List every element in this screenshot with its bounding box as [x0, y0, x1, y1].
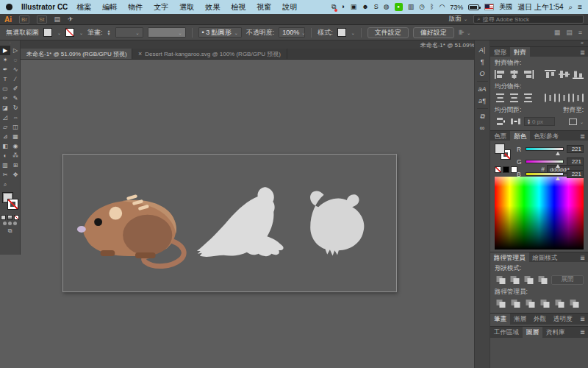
shaper-tool[interactable]: ✎ — [10, 93, 21, 103]
gradient-tool[interactable]: ◧ — [0, 141, 10, 151]
input-source-label[interactable]: 美國 — [499, 2, 512, 12]
app-name[interactable]: Illustrator CC — [21, 3, 68, 11]
stock-button[interactable]: St — [37, 15, 47, 24]
rectangle-tool[interactable]: ▭ — [0, 84, 10, 93]
stroke-weight-stepper[interactable]: ▲▼ — [107, 29, 111, 35]
align-tab-對齊[interactable]: 對齊 — [510, 47, 530, 57]
pathfinder-tab-繪圖樣式[interactable]: 繪圖樣式 — [529, 252, 562, 262]
pathfinder-panel-menu-icon[interactable]: ≣ — [577, 252, 588, 262]
horizontal-distribute-space-button[interactable] — [509, 116, 522, 127]
spacing-value-field[interactable]: ▲▼0 px — [524, 117, 555, 126]
opentype-panel-icon[interactable]: O — [479, 68, 484, 79]
stroke-tab-外觀[interactable]: 外觀 — [530, 314, 550, 325]
keyboard-app-icon[interactable]: ▣ — [351, 3, 357, 11]
color-fill-stroke-indicator[interactable] — [495, 144, 514, 163]
color-tab-顏色[interactable]: 顏色 — [510, 131, 530, 141]
panel-toggle-icon[interactable]: ▤ — [566, 29, 573, 36]
exclude-button[interactable] — [537, 275, 549, 285]
align-vertical-bottom-button[interactable] — [572, 69, 584, 79]
g-channel-slider[interactable] — [526, 160, 564, 163]
layers-tab-資料庫[interactable]: 資料庫 — [542, 327, 569, 338]
line-segment-tool[interactable]: ∕ — [10, 74, 21, 84]
character-panel-icon[interactable]: A| — [479, 44, 485, 56]
align-tab-變形[interactable]: 變形 — [490, 47, 510, 57]
skype-icon[interactable]: S — [374, 3, 379, 11]
hand-tool[interactable]: ✥ — [10, 170, 21, 180]
adobe-stock-search-input[interactable]: ⌕ 搜尋 Adobe Stock — [473, 15, 584, 24]
stroke-color-swatch[interactable] — [65, 28, 74, 37]
shape-builder-tool[interactable]: ◫ — [10, 122, 21, 132]
menu-item-4[interactable]: 選取 — [179, 2, 194, 13]
none-swatch[interactable] — [495, 166, 501, 173]
line-app-icon[interactable]: ● — [395, 3, 403, 11]
snapchat-icon[interactable]: ☻ — [362, 3, 368, 11]
notification-center-icon[interactable]: ≡ — [578, 3, 582, 11]
arrange-documents-icon[interactable]: ▤ — [54, 15, 61, 23]
fill-color-swatch[interactable] — [43, 28, 52, 37]
eraser-tool[interactable]: ◪ — [0, 103, 10, 113]
spotlight-search-icon[interactable]: ⌕ — [569, 3, 573, 12]
collapse-dock-icon[interactable]: « — [581, 40, 584, 46]
style-swatch[interactable] — [337, 28, 346, 37]
export-panel-icon[interactable]: ⧉ — [480, 110, 484, 122]
workspace-switcher[interactable]: 版面 ⌄ — [449, 15, 467, 24]
preferences-button[interactable]: 偏好設定 — [413, 27, 454, 38]
artboard[interactable] — [62, 154, 397, 292]
stroke-tab-透明度[interactable]: 透明度 — [550, 314, 576, 325]
align-panel-menu-icon[interactable]: ≣ — [577, 47, 588, 57]
layers-tab-圖層[interactable]: 圖層 — [523, 327, 542, 338]
menu-item-7[interactable]: 視窗 — [257, 2, 271, 13]
arrange-documents-icon[interactable]: ▦ — [554, 29, 561, 36]
color-spectrum[interactable] — [495, 177, 584, 250]
opacity-field[interactable]: 100%⌄ — [279, 27, 305, 38]
slider-thumb[interactable] — [556, 152, 560, 155]
align-horizontal-right-button[interactable] — [523, 69, 534, 79]
align-vertical-top-button[interactable] — [544, 69, 556, 79]
r-channel-slider[interactable] — [526, 147, 564, 151]
apple-menu-icon[interactable] — [6, 4, 12, 10]
chevron-down-icon[interactable]: ⌄ — [351, 30, 355, 35]
menu-item-6[interactable]: 檢視 — [231, 2, 245, 13]
crop-button[interactable] — [539, 298, 551, 308]
merge-button[interactable] — [524, 298, 537, 308]
direct-selection-tool[interactable]: ▷ — [10, 46, 21, 55]
us-flag-icon[interactable] — [484, 4, 494, 10]
character-styles-panel-icon[interactable]: aA — [478, 83, 486, 95]
slice-tool[interactable]: ✂ — [0, 170, 10, 180]
expand-button[interactable]: 展開 — [551, 275, 584, 285]
close-tab-icon[interactable]: × — [138, 50, 142, 57]
menu-item-3[interactable]: 文字 — [154, 2, 168, 13]
magic-wand-tool[interactable]: ✶ — [0, 55, 10, 65]
selection-tool[interactable]: ▶ — [0, 46, 10, 55]
paintbrush-tool[interactable]: ✐ — [10, 84, 21, 93]
color-tab-色彩參考[interactable]: 色彩參考 — [530, 131, 562, 141]
color-mode-button[interactable] — [1, 215, 6, 220]
list-view-icon[interactable]: ≡ — [578, 29, 582, 36]
stroke-tab-漸層[interactable]: 漸層 — [510, 314, 530, 325]
brush-preview-dropdown[interactable]: ⌄ — [148, 27, 186, 38]
pathfinder-tab-路徑管理員[interactable]: 路徑管理員 — [490, 252, 529, 262]
screen-mode-button[interactable]: ⧉ — [0, 227, 20, 235]
distribute-vertical-center-button[interactable] — [509, 93, 520, 103]
tools-panel-grip[interactable]: ∙∙ — [0, 40, 20, 46]
menu-item-0[interactable]: 檔案 — [76, 2, 91, 13]
menu-item-1[interactable]: 編輯 — [102, 2, 117, 13]
trello-icon[interactable]: ▥ — [408, 3, 415, 11]
layers-panel-menu-icon[interactable]: ≣ — [577, 327, 588, 338]
distribute-horizontal-center-button[interactable] — [558, 93, 570, 103]
menu-item-5[interactable]: 效果 — [205, 2, 220, 13]
b-channel-value[interactable]: 221 — [567, 170, 584, 178]
time-machine-icon[interactable]: ◷ — [419, 3, 425, 11]
rotate-tool[interactable]: ↻ — [10, 103, 21, 113]
minus-back-button[interactable] — [568, 298, 581, 308]
layers-tab-工作區域[interactable]: 工作區域 — [490, 327, 523, 338]
stroke-tab-筆畫[interactable]: 筆畫 — [490, 314, 510, 325]
paragraph-styles-panel-icon[interactable]: a¶ — [478, 95, 486, 107]
share-icon[interactable]: ✈ — [68, 15, 74, 23]
fill-proxy[interactable] — [495, 144, 505, 154]
none-mode-button[interactable] — [14, 215, 19, 220]
css-properties-panel-icon[interactable]: ∞ — [480, 122, 484, 134]
intersect-button[interactable] — [523, 275, 534, 285]
draw-inside-button[interactable] — [13, 222, 17, 225]
artboard-tool[interactable]: ⊞ — [10, 160, 21, 170]
